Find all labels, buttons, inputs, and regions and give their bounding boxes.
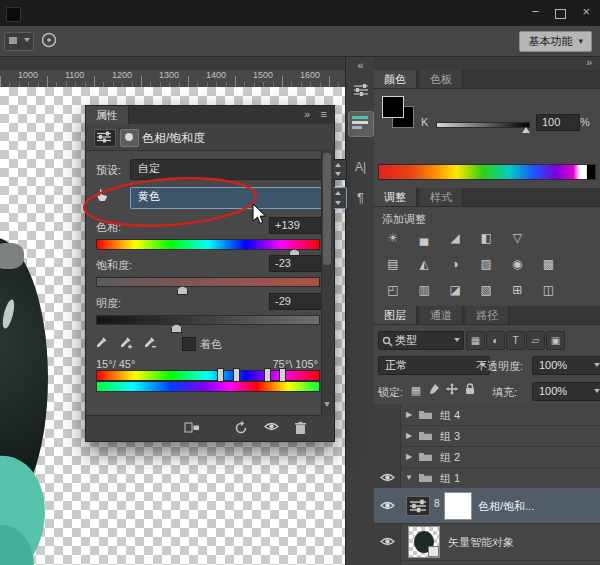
posterize-icon[interactable]: ▥ <box>413 282 435 298</box>
workspace-switcher-button[interactable]: 基本功能 ▾ <box>519 31 592 52</box>
eyedropper-subtract-icon[interactable] <box>142 335 157 352</box>
scrollbar-down-arrow[interactable] <box>324 402 330 407</box>
tab-properties[interactable]: 属性 <box>86 106 129 124</box>
layer-row-hue-saturation-selected[interactable]: 8 色相/饱和... <box>374 488 600 524</box>
lock-transparency-icon[interactable]: ▦ <box>408 383 424 398</box>
tab-swatches[interactable]: 色板 <box>420 70 463 88</box>
vibrance-icon[interactable]: ▽ <box>506 230 528 246</box>
restore-button[interactable] <box>555 9 566 19</box>
close-button[interactable]: × <box>582 4 590 20</box>
layer-row-group3[interactable]: ▶ 组 3 <box>374 425 600 447</box>
color-balance-icon[interactable]: ◭ <box>413 256 435 272</box>
color-lookup-icon[interactable]: ▩ <box>537 256 559 272</box>
pixel-layer-filter-icon[interactable]: ▦ <box>466 331 485 350</box>
targeted-adjustment-icon[interactable] <box>94 186 111 205</box>
character-panel-icon[interactable]: A| <box>346 160 375 174</box>
panel-scrollbar-thumb[interactable] <box>323 153 331 265</box>
tab-channels[interactable]: 通道 <box>420 306 463 324</box>
k-slider-handle[interactable] <box>522 127 530 133</box>
range-marker-handle[interactable] <box>264 368 271 382</box>
brightness-contrast-icon[interactable]: ☀ <box>382 230 404 246</box>
lightness-value-field[interactable]: -29 <box>269 293 329 310</box>
invert-icon[interactable]: ◰ <box>382 282 404 298</box>
clip-to-layer-icon[interactable] <box>184 421 200 436</box>
expand-panel-icon[interactable]: » <box>586 56 592 68</box>
hue-saturation-icon[interactable]: ▤ <box>382 256 404 272</box>
tab-color[interactable]: 颜色 <box>374 70 417 88</box>
visibility-eye-icon[interactable] <box>380 536 395 549</box>
horizontal-ruler[interactable]: 1000 1100 1200 1300 1400 1500 1600 <box>0 70 345 88</box>
lightness-slider-handle[interactable] <box>171 324 182 333</box>
hue-slider-track[interactable] <box>96 239 320 250</box>
black-white-icon[interactable]: ◑ <box>444 256 466 272</box>
reset-icon[interactable] <box>234 421 248 436</box>
lock-pixels-brush-icon[interactable] <box>426 383 442 398</box>
lock-all-padlock-icon[interactable] <box>462 383 478 398</box>
tool-preset-picker[interactable] <box>4 32 34 51</box>
expander-expanded-icon[interactable]: ▼ <box>405 473 413 482</box>
tab-styles[interactable]: 样式 <box>420 188 463 206</box>
range-marker-handle[interactable] <box>233 368 240 382</box>
mask-link-icon[interactable]: 8 <box>434 498 440 509</box>
smart-object-filter-icon[interactable]: ▣ <box>546 331 565 350</box>
collapse-dock-icon[interactable]: « <box>346 59 375 71</box>
levels-icon[interactable]: ▄ <box>413 230 435 246</box>
layer-mask-thumbnail[interactable] <box>444 492 472 520</box>
mask-thumbnail-icon[interactable] <box>120 129 139 147</box>
delete-trash-icon[interactable] <box>294 421 307 437</box>
layer-row-vector-smart-object[interactable]: 矢量智能对象 <box>374 523 600 561</box>
expander-collapsed-icon[interactable]: ▶ <box>406 431 412 440</box>
saturation-value-field[interactable]: -23 <box>269 255 329 272</box>
panel-menu-icon[interactable]: ≡ <box>321 108 327 120</box>
type-layer-filter-icon[interactable]: T <box>506 331 525 350</box>
expander-collapsed-icon[interactable]: ▶ <box>406 452 412 461</box>
k-slider-track[interactable] <box>436 122 530 128</box>
gradient-map-icon[interactable]: ▧ <box>475 282 497 298</box>
smart-object-thumbnail[interactable] <box>408 526 440 558</box>
visibility-eye-icon[interactable] <box>380 472 395 485</box>
colorize-checkbox[interactable] <box>182 337 196 351</box>
collapse-panel-icon[interactable]: » <box>304 108 310 120</box>
tab-adjustments[interactable]: 调整 <box>374 188 417 206</box>
channel-mixer-icon[interactable]: ◉ <box>506 256 528 272</box>
layer-filter-dropdown[interactable]: 类型 <box>378 331 464 350</box>
adjustment-layer-filter-icon[interactable]: ◐ <box>486 331 505 350</box>
saturation-slider-track[interactable] <box>96 277 320 287</box>
photo-filter-icon[interactable]: ▨ <box>475 256 497 272</box>
adjustments-panel-icon[interactable] <box>346 83 375 99</box>
curves-icon[interactable]: ◢ <box>444 230 466 246</box>
expander-collapsed-icon[interactable]: ▶ <box>406 410 412 419</box>
fill-field[interactable]: 100% <box>532 382 600 401</box>
channel-dropdown[interactable]: 黄色 <box>130 187 347 209</box>
k-value-field[interactable]: 100 <box>536 114 580 131</box>
shape-layer-filter-icon[interactable]: ▱ <box>526 331 545 350</box>
layer-row-group4[interactable]: ▶ 组 4 <box>374 404 600 426</box>
layer-row-group1[interactable]: ▼ 组 1 <box>374 467 600 489</box>
eyedropper-add-icon[interactable] <box>118 335 133 352</box>
color-spectrum-ramp[interactable] <box>378 164 596 180</box>
layer-row-group2[interactable]: ▶ 组 2 <box>374 446 600 468</box>
tab-paths[interactable]: 路径 <box>466 306 509 324</box>
foreground-color-swatch[interactable] <box>382 96 404 118</box>
lock-position-move-icon[interactable] <box>444 383 460 398</box>
exposure-icon[interactable]: ◧ <box>475 230 497 246</box>
range-marker-handle[interactable] <box>217 368 224 382</box>
brush-tool-icon[interactable] <box>40 31 58 51</box>
minimize-button[interactable]: − <box>532 4 540 20</box>
properties-panel-icon[interactable] <box>348 111 374 137</box>
lightness-slider-track[interactable] <box>96 315 320 325</box>
lookup-table-icon[interactable]: ◫ <box>537 282 559 298</box>
paragraph-panel-icon[interactable]: ¶ <box>346 190 375 205</box>
visibility-eye-icon[interactable] <box>264 421 279 434</box>
selective-color-icon[interactable]: ⊞ <box>506 282 528 298</box>
hue-value-field[interactable]: +139 <box>269 217 329 234</box>
range-marker-handle[interactable] <box>279 368 286 382</box>
visibility-eye-icon[interactable] <box>380 500 395 513</box>
eyedropper-icon[interactable] <box>94 335 109 352</box>
tab-layers[interactable]: 图层 <box>374 306 417 324</box>
threshold-icon[interactable]: ◪ <box>444 282 466 298</box>
blend-mode-dropdown[interactable]: 正常 <box>378 356 490 375</box>
adjustment-layer-thumbnail[interactable] <box>406 496 430 516</box>
saturation-slider-handle[interactable] <box>177 286 188 295</box>
opacity-field[interactable]: 100% <box>532 356 600 375</box>
